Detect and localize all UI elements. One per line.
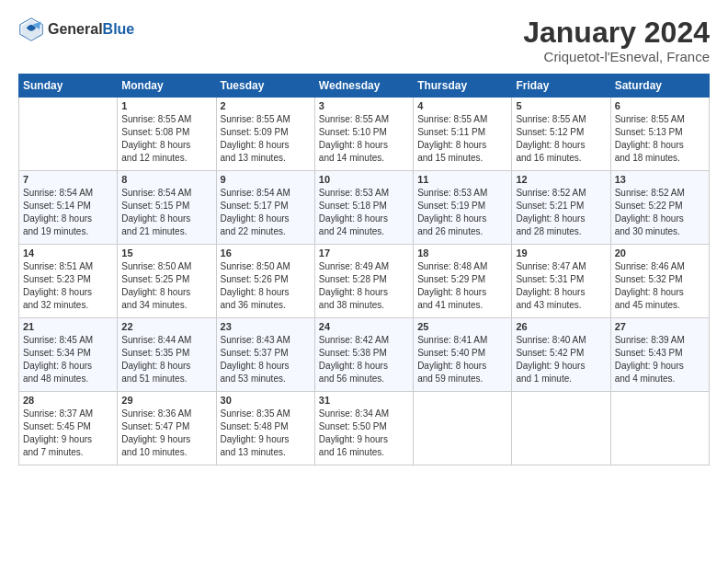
day-number: 10: [319, 174, 409, 185]
day-number: 13: [615, 174, 705, 185]
day-number: 17: [319, 247, 409, 259]
day-content: Sunrise: 8:47 AM Sunset: 5:31 PM Dayligh…: [516, 260, 606, 312]
day-number: 12: [516, 174, 606, 185]
calendar-cell: 19Sunrise: 8:47 AM Sunset: 5:31 PM Dayli…: [512, 245, 610, 318]
day-number: 19: [516, 247, 606, 259]
day-number: 2: [221, 100, 311, 111]
calendar-week-5: 28Sunrise: 8:37 AM Sunset: 5:45 PM Dayli…: [19, 392, 710, 465]
day-number: 30: [221, 395, 311, 406]
logo: GeneralBlue: [18, 17, 134, 42]
day-number: 5: [516, 100, 606, 111]
logo-general: General: [48, 21, 103, 37]
day-content: Sunrise: 8:36 AM Sunset: 5:47 PM Dayligh…: [121, 408, 211, 459]
day-content: Sunrise: 8:54 AM Sunset: 5:17 PM Dayligh…: [221, 187, 311, 238]
calendar-cell: 31Sunrise: 8:34 AM Sunset: 5:50 PM Dayli…: [314, 392, 413, 465]
day-content: Sunrise: 8:50 AM Sunset: 5:25 PM Dayligh…: [121, 260, 211, 312]
day-content: Sunrise: 8:55 AM Sunset: 5:08 PM Dayligh…: [121, 113, 211, 165]
day-content: Sunrise: 8:49 AM Sunset: 5:28 PM Dayligh…: [319, 260, 409, 312]
calendar-cell: 15Sunrise: 8:50 AM Sunset: 5:25 PM Dayli…: [118, 245, 216, 318]
day-content: Sunrise: 8:53 AM Sunset: 5:19 PM Dayligh…: [417, 187, 507, 238]
calendar-cell: 4Sunrise: 8:55 AM Sunset: 5:11 PM Daylig…: [414, 98, 512, 171]
calendar-cell: [414, 392, 512, 465]
header-row: SundayMondayTuesdayWednesdayThursdayFrid…: [19, 75, 710, 98]
day-content: Sunrise: 8:55 AM Sunset: 5:11 PM Dayligh…: [417, 113, 507, 165]
day-content: Sunrise: 8:54 AM Sunset: 5:15 PM Dayligh…: [121, 187, 211, 238]
weekday-header-saturday: Saturday: [610, 75, 709, 98]
weekday-header-tuesday: Tuesday: [216, 75, 314, 98]
calendar-week-3: 14Sunrise: 8:51 AM Sunset: 5:23 PM Dayli…: [19, 245, 710, 318]
day-number: 25: [417, 321, 507, 332]
calendar-cell: 27Sunrise: 8:39 AM Sunset: 5:43 PM Dayli…: [610, 318, 709, 392]
calendar-cell: 29Sunrise: 8:36 AM Sunset: 5:47 PM Dayli…: [118, 392, 216, 465]
day-content: Sunrise: 8:52 AM Sunset: 5:21 PM Dayligh…: [516, 187, 606, 238]
calendar-cell: 21Sunrise: 8:45 AM Sunset: 5:34 PM Dayli…: [19, 318, 118, 392]
calendar-cell: 30Sunrise: 8:35 AM Sunset: 5:48 PM Dayli…: [216, 392, 314, 465]
calendar-cell: 12Sunrise: 8:52 AM Sunset: 5:21 PM Dayli…: [512, 171, 610, 245]
day-content: Sunrise: 8:55 AM Sunset: 5:13 PM Dayligh…: [615, 113, 705, 165]
day-content: Sunrise: 8:54 AM Sunset: 5:14 PM Dayligh…: [23, 187, 113, 238]
calendar-cell: 3Sunrise: 8:55 AM Sunset: 5:10 PM Daylig…: [314, 98, 413, 171]
day-number: 28: [23, 395, 113, 406]
day-content: Sunrise: 8:52 AM Sunset: 5:22 PM Dayligh…: [615, 187, 705, 238]
day-number: 20: [615, 247, 705, 259]
logo-icon: [18, 17, 44, 42]
logo-blue: Blue: [103, 21, 135, 37]
day-number: 15: [121, 247, 211, 259]
calendar-week-1: 1Sunrise: 8:55 AM Sunset: 5:08 PM Daylig…: [19, 98, 710, 171]
day-number: 1: [121, 100, 211, 111]
calendar-cell: 26Sunrise: 8:40 AM Sunset: 5:42 PM Dayli…: [512, 318, 610, 392]
day-content: Sunrise: 8:44 AM Sunset: 5:35 PM Dayligh…: [121, 334, 211, 385]
logo-text: GeneralBlue: [48, 20, 134, 38]
day-number: 27: [615, 321, 705, 332]
day-content: Sunrise: 8:46 AM Sunset: 5:32 PM Dayligh…: [615, 260, 705, 312]
day-content: Sunrise: 8:41 AM Sunset: 5:40 PM Dayligh…: [417, 334, 507, 385]
month-title: January 2024: [523, 17, 710, 49]
day-number: 29: [121, 395, 211, 406]
calendar-table: SundayMondayTuesdayWednesdayThursdayFrid…: [18, 74, 710, 465]
day-content: Sunrise: 8:34 AM Sunset: 5:50 PM Dayligh…: [319, 408, 409, 459]
calendar-cell: 7Sunrise: 8:54 AM Sunset: 5:14 PM Daylig…: [19, 171, 118, 245]
calendar-cell: 18Sunrise: 8:48 AM Sunset: 5:29 PM Dayli…: [414, 245, 512, 318]
calendar-cell: [610, 392, 709, 465]
day-content: Sunrise: 8:53 AM Sunset: 5:18 PM Dayligh…: [319, 187, 409, 238]
day-number: 26: [516, 321, 606, 332]
day-number: 3: [319, 100, 409, 111]
day-content: Sunrise: 8:43 AM Sunset: 5:37 PM Dayligh…: [221, 334, 311, 385]
title-block: January 2024 Criquetot-l'Esneval, France: [523, 17, 710, 64]
weekday-header-wednesday: Wednesday: [314, 75, 413, 98]
calendar-cell: 5Sunrise: 8:55 AM Sunset: 5:12 PM Daylig…: [512, 98, 610, 171]
day-content: Sunrise: 8:55 AM Sunset: 5:09 PM Dayligh…: [221, 113, 311, 165]
day-number: 6: [615, 100, 705, 111]
calendar-cell: 23Sunrise: 8:43 AM Sunset: 5:37 PM Dayli…: [216, 318, 314, 392]
day-content: Sunrise: 8:37 AM Sunset: 5:45 PM Dayligh…: [23, 408, 113, 459]
day-content: Sunrise: 8:55 AM Sunset: 5:10 PM Dayligh…: [319, 113, 409, 165]
calendar-cell: 24Sunrise: 8:42 AM Sunset: 5:38 PM Dayli…: [314, 318, 413, 392]
calendar-cell: 25Sunrise: 8:41 AM Sunset: 5:40 PM Dayli…: [414, 318, 512, 392]
day-number: 24: [319, 321, 409, 332]
calendar-cell: 2Sunrise: 8:55 AM Sunset: 5:09 PM Daylig…: [216, 98, 314, 171]
calendar-cell: 20Sunrise: 8:46 AM Sunset: 5:32 PM Dayli…: [610, 245, 709, 318]
calendar-cell: 14Sunrise: 8:51 AM Sunset: 5:23 PM Dayli…: [19, 245, 118, 318]
calendar-body: 1Sunrise: 8:55 AM Sunset: 5:08 PM Daylig…: [19, 98, 710, 465]
weekday-header-monday: Monday: [118, 75, 216, 98]
location: Criquetot-l'Esneval, France: [523, 49, 710, 64]
day-content: Sunrise: 8:51 AM Sunset: 5:23 PM Dayligh…: [23, 260, 113, 312]
day-number: 31: [319, 395, 409, 406]
day-number: 9: [221, 174, 311, 185]
calendar-cell: [19, 98, 118, 171]
calendar-cell: 22Sunrise: 8:44 AM Sunset: 5:35 PM Dayli…: [118, 318, 216, 392]
calendar-cell: 16Sunrise: 8:50 AM Sunset: 5:26 PM Dayli…: [216, 245, 314, 318]
day-content: Sunrise: 8:55 AM Sunset: 5:12 PM Dayligh…: [516, 113, 606, 165]
calendar-cell: [512, 392, 610, 465]
day-content: Sunrise: 8:42 AM Sunset: 5:38 PM Dayligh…: [319, 334, 409, 385]
weekday-header-sunday: Sunday: [19, 75, 118, 98]
header: GeneralBlue January 2024 Criquetot-l'Esn…: [18, 17, 710, 64]
day-number: 18: [417, 247, 507, 259]
calendar-page: GeneralBlue January 2024 Criquetot-l'Esn…: [0, 0, 728, 563]
calendar-cell: 28Sunrise: 8:37 AM Sunset: 5:45 PM Dayli…: [19, 392, 118, 465]
day-number: 23: [221, 321, 311, 332]
calendar-cell: 10Sunrise: 8:53 AM Sunset: 5:18 PM Dayli…: [314, 171, 413, 245]
day-number: 8: [121, 174, 211, 185]
day-content: Sunrise: 8:48 AM Sunset: 5:29 PM Dayligh…: [417, 260, 507, 312]
calendar-cell: 13Sunrise: 8:52 AM Sunset: 5:22 PM Dayli…: [610, 171, 709, 245]
